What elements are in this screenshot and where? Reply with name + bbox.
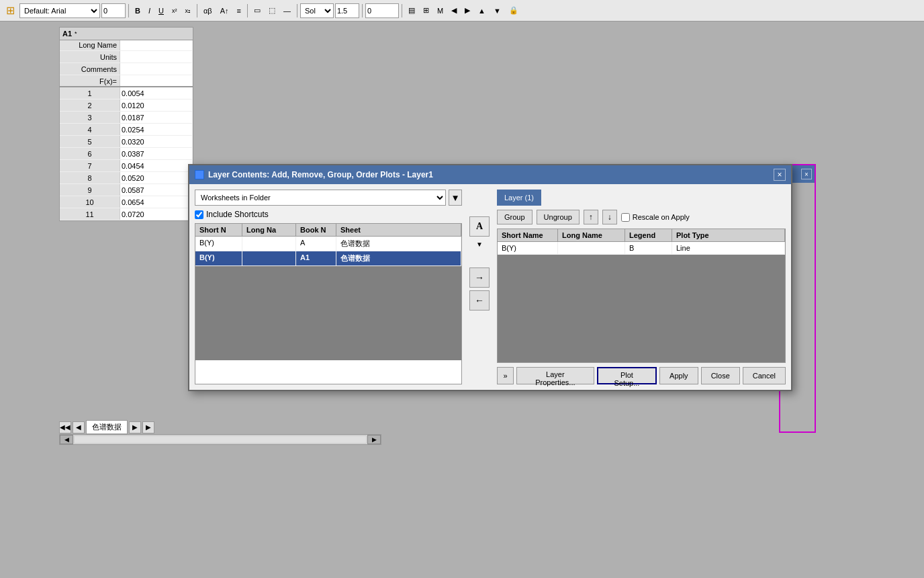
nav-down-button[interactable]: ▼ bbox=[490, 3, 504, 19]
apply-button[interactable]: Apply bbox=[659, 367, 698, 384]
line-width-input[interactable] bbox=[335, 3, 359, 18]
underline-button[interactable]: U bbox=[155, 3, 167, 19]
secondary-close-button[interactable]: × bbox=[801, 169, 812, 179]
dropdown-small[interactable]: ▼ bbox=[473, 239, 486, 249]
horizontal-scrollbar[interactable]: ◀ ▶ bbox=[59, 434, 381, 445]
line-color-button[interactable]: — bbox=[280, 3, 294, 19]
remove-plot-button[interactable]: ← bbox=[469, 290, 490, 311]
table-row[interactable]: B(Y) B Line bbox=[498, 242, 785, 255]
sheet-tab-active[interactable]: 色谱数据 bbox=[86, 420, 128, 434]
table-row[interactable]: 6 0.0387 bbox=[60, 148, 193, 160]
cell-2[interactable]: 0.0120 bbox=[120, 99, 193, 111]
text-align-button[interactable]: ≡ bbox=[234, 3, 244, 19]
row-num-11: 11 bbox=[60, 208, 120, 220]
expand-button[interactable]: » bbox=[497, 367, 514, 384]
layer-properties-button[interactable]: Layer Properties... bbox=[516, 367, 594, 384]
cell-units[interactable] bbox=[120, 51, 193, 63]
cell-10[interactable]: 0.0654 bbox=[120, 196, 193, 208]
table-row[interactable]: 9 0.0587 bbox=[60, 184, 193, 196]
col-book-name: Book N bbox=[296, 224, 336, 236]
dialog-title: Layer Contents: Add, Remove, Group, Orde… bbox=[208, 170, 433, 179]
superscript-button[interactable]: x² bbox=[169, 3, 181, 19]
tab-nav-next-more[interactable]: ▶ bbox=[142, 421, 154, 434]
table-row[interactable]: 3 0.0187 bbox=[60, 112, 193, 124]
cell-long-1 bbox=[242, 237, 296, 251]
table-row[interactable]: B(Y) A 色谱数据 bbox=[195, 237, 461, 251]
move-up-button[interactable]: ↑ bbox=[584, 210, 598, 224]
cell-formula[interactable] bbox=[120, 75, 193, 86]
nav-next-button[interactable]: ▶ bbox=[461, 3, 473, 19]
label-longname: Long Name bbox=[60, 39, 120, 50]
nav-prev-button[interactable]: ◀ bbox=[448, 3, 460, 19]
bold-button[interactable]: B bbox=[132, 3, 144, 19]
font-select[interactable]: Default: Arial bbox=[19, 3, 100, 18]
folder-dropdown-arrow[interactable]: ▼ bbox=[449, 190, 462, 206]
right-table-body bbox=[498, 255, 785, 362]
separator-3 bbox=[247, 4, 248, 17]
table-row[interactable]: 8 0.0520 bbox=[60, 172, 193, 184]
ungroup-button[interactable]: Ungroup bbox=[537, 210, 580, 224]
nav-up-button[interactable]: ▲ bbox=[475, 3, 489, 19]
add-plot-button[interactable]: → bbox=[469, 267, 490, 288]
app-icon[interactable]: ⊞ bbox=[3, 3, 18, 19]
row-longname: Long Name bbox=[60, 39, 193, 51]
border-button[interactable]: ⬚ bbox=[265, 3, 279, 19]
dialog-close-button[interactable]: × bbox=[774, 169, 786, 181]
cell-7[interactable]: 0.0454 bbox=[120, 160, 193, 171]
include-shortcuts-row: Include Shortcuts bbox=[195, 210, 462, 219]
font-color-button[interactable]: αβ bbox=[200, 3, 216, 19]
table-row[interactable]: 7 0.0454 bbox=[60, 160, 193, 172]
tab-nav-first[interactable]: ◀◀ bbox=[59, 421, 71, 434]
tab-nav-next[interactable]: ▶ bbox=[129, 421, 141, 434]
font-size-input[interactable] bbox=[101, 3, 126, 18]
cell-9[interactable]: 0.0587 bbox=[120, 184, 193, 196]
include-shortcuts-checkbox[interactable] bbox=[195, 210, 203, 219]
table-row[interactable]: 10 0.0654 bbox=[60, 196, 193, 208]
marker-button[interactable]: M bbox=[434, 3, 447, 19]
tab-nav-prev[interactable]: ◀ bbox=[73, 421, 85, 434]
group-button[interactable]: Group bbox=[497, 210, 533, 224]
table-row[interactable]: 11 0.0720 bbox=[60, 208, 193, 220]
scroll-left[interactable]: ◀ bbox=[60, 435, 73, 444]
cell-11[interactable]: 0.0720 bbox=[120, 208, 193, 220]
cell-3[interactable]: 0.0187 bbox=[120, 112, 193, 123]
scroll-right[interactable]: ▶ bbox=[367, 435, 381, 444]
rescale-checkbox[interactable] bbox=[621, 213, 630, 222]
cell-4[interactable]: 0.0254 bbox=[120, 124, 193, 135]
col-sheet: Sheet bbox=[336, 224, 461, 236]
italic-button[interactable]: I bbox=[145, 3, 154, 19]
table-row[interactable]: 1 0.0054 bbox=[60, 87, 193, 99]
rescale-check: Rescale on Apply bbox=[621, 213, 690, 222]
left-data-table: Short N Long Na Book N Sheet B(Y) A 色谱数据… bbox=[195, 223, 462, 384]
font-a-button[interactable]: A bbox=[469, 216, 490, 237]
fill-button[interactable]: ▭ bbox=[250, 3, 264, 19]
table-row[interactable]: B(Y) A1 色谱数据 bbox=[195, 251, 461, 266]
move-down-button[interactable]: ↓ bbox=[602, 210, 617, 224]
cell-6[interactable]: 0.0387 bbox=[120, 148, 193, 159]
cell-long-2 bbox=[242, 251, 296, 265]
cell-comments[interactable] bbox=[120, 63, 193, 75]
table-row[interactable]: 4 0.0254 bbox=[60, 124, 193, 136]
folder-select[interactable]: Worksheets in Folder bbox=[195, 190, 446, 206]
line-style-select[interactable]: Sol bbox=[300, 3, 334, 18]
angle-input[interactable] bbox=[365, 3, 399, 18]
table-row[interactable]: 2 0.0120 bbox=[60, 99, 193, 112]
cell-longname[interactable] bbox=[120, 39, 193, 50]
table-row[interactable]: 5 0.0320 bbox=[60, 136, 193, 148]
subscript-button[interactable]: x₂ bbox=[181, 3, 194, 19]
cell-5[interactable]: 0.0320 bbox=[120, 136, 193, 147]
control-row: Group Ungroup ↑ ↓ Rescale on Apply bbox=[497, 210, 786, 224]
dialog-icon bbox=[195, 170, 204, 179]
label-comments: Comments bbox=[60, 63, 120, 75]
cell-book-2: A1 bbox=[296, 251, 336, 265]
close-dialog-button[interactable]: Close bbox=[701, 367, 740, 384]
text-style-button[interactable]: A↑ bbox=[217, 3, 232, 19]
cancel-button[interactable]: Cancel bbox=[743, 367, 786, 384]
plot-setup-button[interactable]: Plot Setup... bbox=[597, 367, 657, 384]
grid-button[interactable]: ⊞ bbox=[420, 3, 432, 19]
pattern-button[interactable]: ▤ bbox=[405, 3, 418, 19]
lock-button[interactable]: 🔒 bbox=[506, 3, 522, 19]
layer-button[interactable]: Layer (1) bbox=[497, 190, 541, 206]
cell-1[interactable]: 0.0054 bbox=[120, 87, 193, 99]
cell-8[interactable]: 0.0520 bbox=[120, 172, 193, 183]
